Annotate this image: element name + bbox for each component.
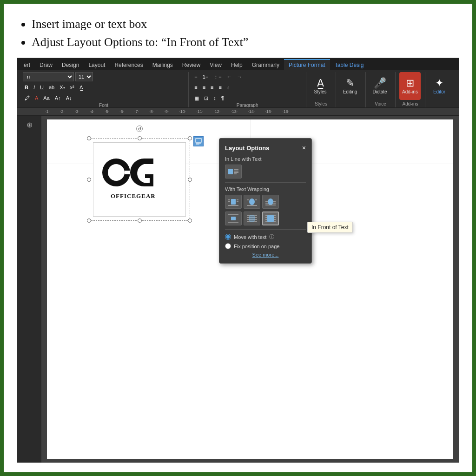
layout-panel-header: Layout Options × bbox=[225, 144, 306, 152]
editor-button[interactable]: ✦ Editor bbox=[429, 72, 450, 100]
list-bullet-btn[interactable]: ≡ bbox=[192, 72, 199, 81]
word-window: ert Draw Design Layout References Mailin… bbox=[17, 58, 459, 463]
editing-icon: ✎ bbox=[346, 78, 354, 88]
layout-radio-move-input[interactable] bbox=[225, 234, 231, 240]
handle-mr[interactable] bbox=[188, 178, 192, 182]
font-size-select[interactable]: 11 bbox=[75, 72, 93, 81]
svg-point-20 bbox=[268, 198, 273, 205]
layout-see-more-link[interactable]: See more... bbox=[225, 252, 306, 258]
underline-button[interactable]: U bbox=[38, 83, 46, 92]
tab-picture-format[interactable]: Picture Format bbox=[284, 59, 330, 70]
svg-rect-3 bbox=[125, 171, 131, 174]
ribbon-body: ri 11 B I U ab X₂ x² A̲ bbox=[17, 70, 459, 107]
ruler-tick-2: ·2· bbox=[60, 109, 65, 114]
font-sz-dn[interactable]: A↓ bbox=[64, 93, 74, 103]
layout-options-trigger-button[interactable] bbox=[193, 136, 204, 146]
layout-radio-fix-label[interactable]: Fix position on page bbox=[234, 244, 279, 249]
document-area: ⊕ ↺ bbox=[17, 116, 459, 463]
layout-inline-row bbox=[225, 165, 306, 178]
handle-ml[interactable] bbox=[87, 178, 91, 182]
layout-wrap-infront-btn[interactable] bbox=[262, 212, 279, 225]
layout-radio-move-label[interactable]: Move with text bbox=[234, 234, 266, 240]
tab-table-design[interactable]: Table Desig bbox=[330, 60, 369, 70]
logo-image: OFFICEGEAR bbox=[93, 142, 186, 217]
officegear-logo-svg: OFFICEGEAR bbox=[102, 152, 177, 207]
dictate-button[interactable]: 🎤 Dictate bbox=[370, 72, 390, 100]
layout-radio-fix-input[interactable] bbox=[225, 243, 231, 249]
svg-rect-5 bbox=[228, 169, 233, 174]
styles-group-label: Styles bbox=[315, 101, 327, 107]
tab-references[interactable]: References bbox=[110, 60, 147, 70]
tab-grammarly[interactable]: Grammarly bbox=[247, 60, 284, 70]
subscript-button[interactable]: X₂ bbox=[58, 83, 66, 92]
highlight-button[interactable]: 🖍 bbox=[23, 93, 32, 103]
layout-wrap-tight-icon bbox=[246, 197, 258, 207]
layout-wrap-topbottom-btn[interactable] bbox=[225, 212, 242, 225]
svg-rect-26 bbox=[231, 217, 236, 220]
handle-bl[interactable] bbox=[87, 218, 91, 223]
sort-btn[interactable]: ↕ bbox=[212, 93, 218, 103]
font-family-select[interactable]: ri bbox=[23, 72, 74, 81]
ruler-tick-11: ·11· bbox=[196, 109, 203, 114]
bold-button[interactable]: B bbox=[23, 83, 30, 92]
layout-wrap-square-icon bbox=[227, 197, 239, 207]
rotate-handle[interactable]: ↺ bbox=[136, 126, 143, 132]
layout-wrap-infront-icon bbox=[264, 213, 277, 224]
list-multi-btn[interactable]: ⋮≡ bbox=[212, 72, 223, 81]
fontcolor-button[interactable]: A bbox=[33, 93, 40, 103]
handle-tl[interactable] bbox=[87, 136, 91, 140]
font-controls: ri 11 B I U ab X₂ x² A̲ bbox=[23, 72, 185, 103]
doc-page-area: ↺ bbox=[41, 116, 459, 463]
ruler-tick-4: ·4· bbox=[90, 109, 94, 114]
infront-of-text-tooltip: In Front of Text bbox=[307, 222, 353, 233]
svg-point-16 bbox=[249, 198, 255, 205]
doc-page-inner: ↺ bbox=[47, 119, 453, 230]
layout-inline-btn[interactable] bbox=[225, 165, 242, 178]
layout-wrap-behind-btn[interactable] bbox=[244, 212, 260, 225]
list-num-btn[interactable]: 1≡ bbox=[201, 72, 211, 81]
shading-btn[interactable]: ▦ bbox=[192, 93, 201, 103]
layout-section1-label: In Line with Text bbox=[225, 156, 306, 162]
tab-mailings[interactable]: Mailings bbox=[148, 60, 178, 70]
tab-view[interactable]: View bbox=[205, 60, 226, 70]
tab-ert[interactable]: ert bbox=[19, 60, 35, 70]
tab-layout[interactable]: Layout bbox=[84, 60, 110, 70]
editor-icon: ✦ bbox=[435, 78, 443, 88]
layout-radio-fix: Fix position on page bbox=[225, 243, 306, 249]
handle-bm[interactable] bbox=[138, 218, 142, 223]
image-selected-box[interactable]: ↺ bbox=[89, 138, 190, 221]
align-left-btn[interactable]: ≡ bbox=[192, 83, 199, 92]
indent-dec-btn[interactable]: ← bbox=[225, 72, 234, 81]
indent-inc-btn[interactable]: → bbox=[235, 72, 244, 81]
pilcrow-btn[interactable]: ¶ bbox=[219, 93, 226, 103]
format-button[interactable]: A̲ bbox=[78, 83, 85, 92]
superscript-button[interactable]: x² bbox=[68, 83, 76, 92]
handle-tm[interactable] bbox=[138, 136, 142, 140]
font-sz-up[interactable]: A↑ bbox=[53, 93, 63, 103]
addins-button[interactable]: ⊞ Add-ins bbox=[399, 72, 421, 100]
handle-br[interactable] bbox=[188, 218, 192, 223]
layout-wrap-through-btn[interactable] bbox=[262, 195, 279, 209]
align-center-btn[interactable]: ≡ bbox=[201, 83, 207, 92]
layout-panel-close-button[interactable]: × bbox=[302, 144, 306, 152]
tab-draw[interactable]: Draw bbox=[35, 60, 57, 70]
italic-button[interactable]: I bbox=[32, 83, 37, 92]
align-right-btn[interactable]: ≡ bbox=[209, 83, 215, 92]
styles-button[interactable]: A̲ Styles bbox=[310, 72, 331, 100]
layout-wrap-square-btn[interactable] bbox=[225, 195, 242, 209]
border-btn[interactable]: ⊡ bbox=[202, 93, 210, 103]
ruler-tick-3: ·3· bbox=[75, 109, 79, 114]
tab-help[interactable]: Help bbox=[226, 60, 247, 70]
layout-wrap-tight-btn[interactable] bbox=[244, 195, 260, 209]
ruler-tick-12: ·12· bbox=[213, 109, 220, 114]
editing-button[interactable]: ✎ Editing bbox=[340, 72, 360, 100]
align-justify-btn[interactable]: ≡ bbox=[217, 83, 223, 92]
para-row-1: ≡ 1≡ ⋮≡ ← → bbox=[192, 72, 302, 81]
line-spacing-btn[interactable]: ↕ bbox=[225, 83, 231, 92]
instruction-2: Adjust Layout Options to: “In Front of T… bbox=[32, 33, 459, 51]
font-aa-button[interactable]: Aa bbox=[41, 93, 51, 103]
strikethrough-button[interactable]: ab bbox=[47, 83, 56, 92]
tab-design[interactable]: Design bbox=[57, 60, 84, 70]
handle-tr[interactable] bbox=[188, 136, 192, 140]
tab-review[interactable]: Review bbox=[178, 60, 205, 70]
